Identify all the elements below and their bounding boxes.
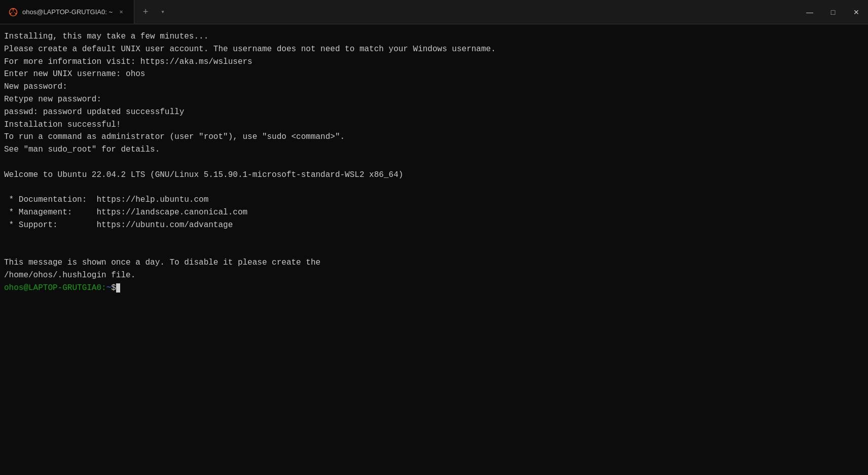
close-window-button[interactable]: ✕: [845, 0, 868, 24]
tab-dropdown-button[interactable]: ▾: [156, 5, 170, 19]
prompt-dir: ~: [106, 282, 112, 295]
terminal-line: This message is shown once a day. To dis…: [4, 257, 864, 269]
terminal-line: * Management: https://landscape.canonica…: [4, 206, 864, 219]
tab-title: ohos@LAPTOP-GRUTGIA0: ~: [22, 8, 113, 16]
terminal-line: Installation successful!: [4, 119, 864, 131]
terminal-line: Retype new password:: [4, 93, 864, 106]
svg-point-3: [15, 13, 17, 14]
svg-line-5: [11, 12, 12, 13]
terminal-line: Installing, this may take a few minutes.…: [4, 30, 864, 43]
terminal-prompt: ohos@LAPTOP-GRUTGIA0:~$: [4, 282, 864, 295]
svg-line-6: [14, 12, 15, 13]
terminal-line: /home/ohos/.hushlogin file.: [4, 269, 864, 282]
terminal-body[interactable]: Installing, this may take a few minutes.…: [0, 24, 868, 475]
terminal-line: * Support: https://ubuntu.com/advantage: [4, 219, 864, 232]
svg-point-2: [10, 13, 11, 14]
terminal-line: For more information visit: https://aka.…: [4, 56, 864, 68]
terminal-line: * Documentation: https://help.ubuntu.com: [4, 194, 864, 206]
tab-area: ohos@LAPTOP-GRUTGIA0: ~ ✕ + ▾: [0, 0, 798, 24]
terminal-cursor: [116, 283, 120, 293]
prompt-user: ohos@LAPTOP-GRUTGIA0:: [4, 282, 106, 295]
terminal-spacer: [4, 156, 864, 169]
titlebar: ohos@LAPTOP-GRUTGIA0: ~ ✕ + ▾ — □ ✕: [0, 0, 868, 24]
terminal-line: Enter new UNIX username: ohos: [4, 68, 864, 81]
minimize-button[interactable]: —: [798, 0, 821, 24]
svg-point-1: [13, 8, 14, 10]
terminal-line: New password:: [4, 81, 864, 93]
terminal-line: passwd: password updated successfully: [4, 106, 864, 119]
terminal-spacer: [4, 244, 864, 257]
terminal-line: See "man sudo_root" for details.: [4, 143, 864, 156]
new-tab-button[interactable]: +: [136, 3, 155, 21]
terminal-line: Welcome to Ubuntu 22.04.2 LTS (GNU/Linux…: [4, 169, 864, 181]
maximize-button[interactable]: □: [821, 0, 845, 24]
terminal-window: ohos@LAPTOP-GRUTGIA0: ~ ✕ + ▾ — □ ✕ Inst…: [0, 0, 868, 475]
terminal-line: To run a command as administrator (user …: [4, 131, 864, 143]
terminal-spacer: [4, 232, 864, 244]
active-tab[interactable]: ohos@LAPTOP-GRUTGIA0: ~ ✕: [0, 0, 134, 24]
terminal-spacer: [4, 181, 864, 194]
tab-close-button[interactable]: ✕: [117, 8, 126, 17]
terminal-line: Please create a default UNIX user accoun…: [4, 43, 864, 56]
prompt-symbol: $: [111, 282, 116, 295]
ubuntu-icon: [8, 7, 18, 17]
window-controls: — □ ✕: [798, 0, 868, 24]
